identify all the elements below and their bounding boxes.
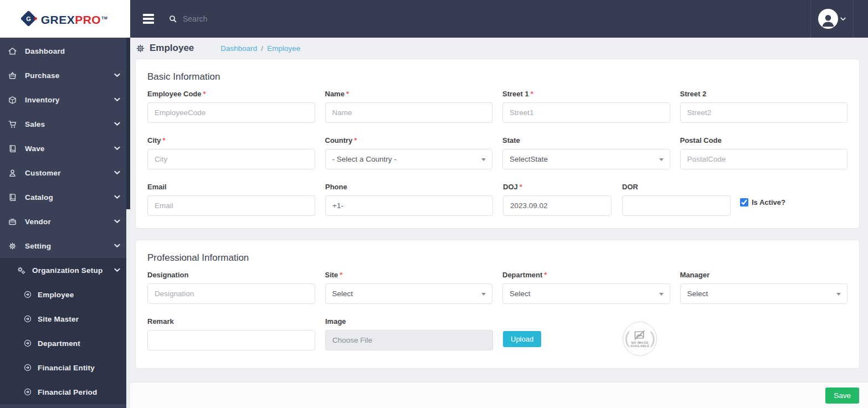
sidebar-nav: Dashboard Purchase Inventory Sales Wave [0, 38, 130, 404]
section-title-professional: Professional Information [147, 252, 848, 264]
field-phone: Phone [325, 183, 493, 216]
topbar [130, 0, 868, 38]
sidebar-item-organization-setup[interactable]: Organization Setup [0, 258, 130, 282]
dor-input[interactable] [622, 195, 731, 216]
avatar [818, 9, 838, 29]
decorative-paren: ( [624, 330, 630, 347]
chevron-down-icon [659, 293, 664, 296]
save-button[interactable]: Save [825, 388, 859, 404]
sidebar-item-inventory[interactable]: Inventory [0, 87, 130, 112]
manager-select[interactable]: Select [680, 283, 848, 304]
field-email: Email [147, 183, 315, 216]
arrow-circle-icon [23, 290, 32, 299]
no-image-placeholder: ( ) NO IMAGEAVAILABLE [623, 322, 657, 356]
street1-input[interactable] [502, 102, 670, 123]
field-remark: Remark [147, 317, 315, 350]
choose-file-input[interactable]: Choose File [325, 330, 493, 350]
required-marker: * [354, 136, 357, 144]
state-select[interactable]: SelectState [502, 149, 670, 169]
professional-information-panel: Professional Information Designation Sit… [135, 240, 860, 369]
sidebar-item-financial-entity[interactable]: Financial Entity [0, 355, 130, 380]
chevron-down-icon [840, 17, 846, 21]
city-input[interactable] [147, 149, 315, 169]
chevron-down-icon [114, 122, 120, 126]
purchase-basket-icon [8, 71, 17, 80]
field-site: Site* Select [325, 271, 493, 304]
required-marker: * [544, 271, 547, 279]
sidebar-item-financial-period[interactable]: Financial Period [0, 380, 130, 404]
sidebar-item-dashboard[interactable]: Dashboard [0, 39, 130, 63]
page-footer: Save [130, 382, 868, 408]
chevron-down-icon [114, 268, 120, 272]
sidebar-item-department[interactable]: Department [0, 331, 130, 355]
required-marker: * [203, 90, 206, 98]
brand-diamond-icon: G [20, 10, 37, 27]
breadcrumb-link-dashboard[interactable]: Dashboard [220, 44, 257, 53]
required-marker: * [163, 136, 166, 144]
country-select[interactable]: - Select a Country - [325, 149, 493, 169]
employee-code-input[interactable] [147, 102, 315, 123]
vendor-briefcase-icon [8, 217, 17, 226]
site-select[interactable]: Select [325, 283, 493, 304]
search-icon [168, 14, 177, 23]
phone-input[interactable] [325, 195, 493, 216]
customer-person-icon [8, 168, 17, 178]
sidebar: G GREXPROTM Dashboard Purchase Inventory [0, 0, 130, 408]
name-input[interactable] [325, 102, 493, 123]
inventory-box-icon [8, 95, 17, 105]
sidebar-item-employee[interactable]: Employee [0, 282, 130, 307]
sidebar-scrollbar-thumb[interactable] [126, 38, 130, 209]
designation-input[interactable] [147, 283, 315, 304]
upload-button[interactable]: Upload [503, 331, 541, 347]
sidebar-item-vendor[interactable]: Vendor [0, 209, 130, 234]
sidebar-item-catalog[interactable]: Catalog [0, 185, 130, 209]
home-icon [8, 47, 17, 56]
chevron-down-icon [481, 158, 486, 161]
email-input[interactable] [147, 195, 315, 216]
hamburger-menu-icon[interactable] [143, 14, 154, 24]
chevron-down-icon [114, 219, 120, 224]
remark-input[interactable] [147, 330, 315, 350]
field-city: City* [147, 136, 315, 169]
field-image: Image Choose File [325, 317, 493, 350]
main-area: Employee Dashboard / Employee Basic Info… [130, 0, 868, 408]
chevron-down-icon [659, 158, 664, 161]
field-name: Name* [325, 90, 493, 123]
street2-input[interactable] [680, 102, 848, 123]
user-menu[interactable] [810, 0, 854, 38]
postal-code-input[interactable] [680, 149, 848, 169]
sidebar-scrollbar[interactable] [126, 38, 130, 408]
field-country: Country* - Select a Country - [325, 136, 493, 169]
is-active-label: Is Active? [752, 198, 785, 206]
arrow-circle-icon [23, 314, 32, 323]
catalog-book-icon [8, 193, 17, 202]
field-doj: DOJ* [503, 183, 612, 216]
field-employee-code: Employee Code* [147, 90, 315, 123]
gears-icon [17, 266, 26, 275]
sidebar-item-purchase[interactable]: Purchase [0, 63, 130, 87]
chevron-down-icon [114, 195, 120, 199]
chevron-down-icon [114, 97, 120, 102]
sidebar-item-sales[interactable]: Sales [0, 112, 130, 136]
chevron-down-icon [114, 73, 120, 78]
is-active-checkbox[interactable] [740, 198, 748, 206]
doj-input[interactable] [503, 195, 612, 216]
breadcrumb-link-employee[interactable]: Employee [267, 44, 300, 53]
search-input[interactable] [183, 14, 349, 23]
decorative-paren: ) [650, 330, 655, 347]
brand-logo[interactable]: G GREXPROTM [0, 0, 130, 38]
field-manager: Manager Select [680, 271, 848, 304]
chevron-down-icon [114, 244, 120, 248]
sidebar-item-customer[interactable]: Customer [0, 161, 130, 185]
field-street2: Street 2 [680, 90, 848, 123]
sidebar-item-site-master[interactable]: Site Master [0, 307, 130, 331]
chevron-down-icon [114, 171, 120, 175]
wave-book-icon [8, 144, 17, 153]
arrow-circle-icon [23, 339, 32, 348]
section-title-basic: Basic Information [147, 71, 848, 82]
gear-icon [135, 43, 146, 54]
sidebar-item-setting[interactable]: Setting [0, 234, 130, 258]
department-select[interactable]: Select [502, 283, 670, 304]
field-is-active: Is Active? [740, 198, 785, 206]
sidebar-item-wave[interactable]: Wave [0, 136, 130, 161]
